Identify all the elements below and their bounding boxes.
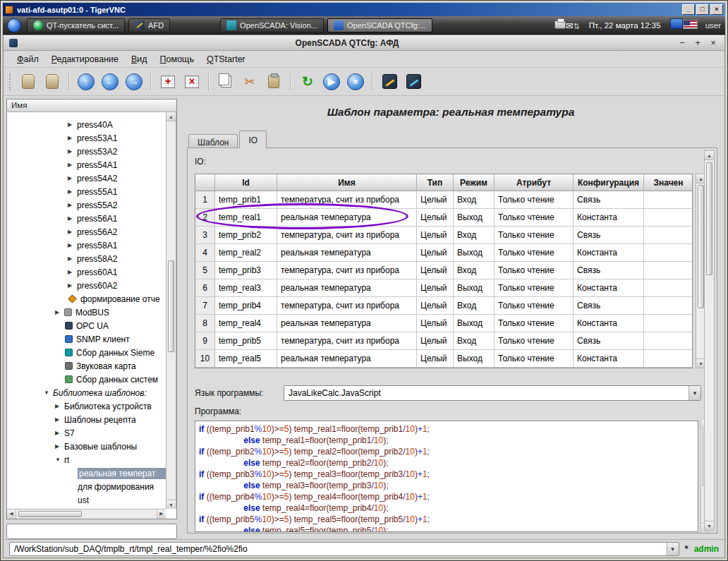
table-cell[interactable]: temp_real5 [215, 350, 277, 368]
table-cell[interactable]: Выход [454, 279, 495, 297]
table-cell[interactable]: Только чтение [495, 332, 574, 350]
table-header-cell[interactable]: Атрибут [495, 174, 574, 191]
taskbar-item[interactable]: QT-пускатель сист... [27, 18, 125, 32]
table-row[interactable]: 2temp_real1реальная температураЦелыйВыхо… [195, 209, 692, 227]
tree-expand-arrow[interactable]: ▶ [68, 229, 77, 235]
table-cell[interactable]: Целый [417, 209, 454, 227]
tree-hscrollbar[interactable]: ◀ ▶ [7, 509, 166, 519]
table-cell[interactable]: Связь [574, 191, 644, 209]
tree-expand-arrow[interactable]: ▶ [68, 215, 77, 222]
tree-expand-arrow[interactable]: ▼ [44, 390, 53, 396]
table-cell[interactable]: Только чтение [495, 191, 574, 209]
table-cell[interactable] [644, 332, 693, 350]
scroll-down-icon[interactable]: ▼ [166, 500, 176, 509]
table-cell[interactable]: temp_real1 [215, 209, 277, 227]
tree-expand-arrow[interactable]: ▶ [68, 121, 77, 128]
table-cell[interactable]: temp_real2 [215, 244, 277, 262]
scroll-left-icon[interactable]: ◀ [7, 509, 16, 519]
table-cell[interactable] [644, 297, 693, 315]
table-cell[interactable]: температура, счит из прибора [277, 262, 417, 279]
tree-vscrollbar[interactable]: ▲ ▼ [166, 112, 176, 509]
table-cell[interactable]: Только чтение [495, 315, 574, 332]
tree-item[interactable]: OPC UA [7, 319, 166, 332]
table-cell[interactable]: Целый [417, 350, 454, 368]
menu-edit[interactable]: Редактирование [45, 52, 125, 66]
printer-icon[interactable] [554, 20, 566, 29]
tree-expand-arrow[interactable]: ▶ [68, 282, 77, 289]
table-header-cell[interactable]: Id [215, 174, 277, 191]
tree-expand-arrow[interactable]: ▶ [55, 309, 64, 315]
tree-expand-arrow[interactable]: ▶ [55, 416, 64, 423]
table-row[interactable]: 3temp_prib2температура, счит из прибораЦ… [195, 227, 692, 244]
taskbar-item[interactable]: OpenSCADA: Vision... [220, 18, 324, 32]
menu-file[interactable]: Файл [11, 52, 45, 66]
tree-item[interactable]: ▶press58A1 [7, 239, 166, 252]
vision-tool-button[interactable] [378, 71, 401, 93]
status-path-combobox[interactable]: /WorkStation/sub_DAQ/tmplb_rt/tmpl_real_… [9, 542, 679, 556]
table-cell[interactable]: Вход [454, 227, 495, 244]
tree-item[interactable]: формирование отче [7, 292, 166, 306]
tree-expand-arrow[interactable]: ▶ [68, 202, 77, 208]
table-cell[interactable]: Константа [574, 350, 644, 368]
table-row[interactable]: 9temp_prib5температура, счит из прибораЦ… [195, 332, 692, 350]
table-cell[interactable]: Только чтение [495, 244, 574, 262]
vnc-maximize-button[interactable]: □ [696, 4, 709, 15]
tree-expand-arrow[interactable]: ▶ [68, 242, 77, 248]
app-titlebar[interactable]: OpenSCADA QTCfg: АФД −+× [4, 35, 724, 51]
table-cell[interactable]: Связь [574, 332, 644, 350]
table-cell[interactable]: Связь [574, 297, 644, 315]
mail-icon[interactable]: ✉ [566, 21, 574, 31]
table-cell[interactable]: температура, счит из прибора [277, 227, 417, 244]
tree-item[interactable]: ▶press60A2 [7, 279, 166, 292]
tree-item[interactable]: ▶S7 [7, 426, 166, 440]
table-cell[interactable]: temp_prib2 [215, 227, 277, 244]
us-flag-icon[interactable] [683, 20, 698, 29]
save-to-db-button[interactable] [41, 71, 63, 93]
language-combobox[interactable]: JavaLikeCalc.JavaScript ▾ [284, 385, 701, 401]
table-header-cell[interactable]: Значен [644, 174, 693, 191]
toolbar-handle[interactable] [9, 73, 12, 90]
taskbar-item[interactable]: OpenSCADA QTCfg:... [327, 18, 432, 32]
app-maximize-button[interactable]: + [692, 37, 703, 49]
table-cell[interactable]: Выход [454, 350, 495, 368]
tree-item[interactable]: ▶press55A2 [7, 198, 166, 212]
menu-qtstarter[interactable]: QTStarter [200, 52, 252, 66]
table-cell[interactable] [644, 279, 693, 297]
tree-item[interactable]: ▶press58A2 [7, 252, 166, 265]
keyboard-layout-icon[interactable] [670, 18, 683, 29]
tree-item[interactable]: ▶press54A1 [7, 158, 166, 171]
table-cell[interactable]: температура, счит из прибора [277, 297, 417, 315]
table-cell[interactable]: temp_real4 [215, 315, 277, 332]
tree-expand-arrow[interactable]: ▶ [55, 403, 64, 409]
table-cell[interactable]: Целый [417, 297, 454, 315]
tree-item[interactable]: SNMP клиент [7, 332, 166, 346]
table-header-cell[interactable]: Конфигурация [574, 174, 644, 191]
taskbar-clock[interactable]: Пт., 22 марта 12:35 [589, 21, 661, 30]
table-header-cell[interactable]: Режим [454, 174, 495, 191]
tree-expand-arrow[interactable]: ▶ [68, 148, 77, 155]
table-cell[interactable]: Вход [454, 332, 495, 350]
copy-button[interactable] [214, 71, 237, 93]
tree-item[interactable]: Звуковая карта [7, 359, 166, 373]
tree-expand-arrow[interactable]: ▶ [68, 188, 77, 195]
table-cell[interactable] [644, 315, 693, 332]
tree-item[interactable]: ▼Библиотека шаблонов: [7, 386, 166, 399]
tree-expand-arrow[interactable]: ▼ [55, 457, 64, 463]
tree-item[interactable]: ▶press56A1 [7, 212, 166, 225]
table-cell[interactable] [644, 191, 693, 209]
table-cell[interactable]: temp_prib3 [215, 262, 277, 279]
table-cell[interactable]: реальная температура [277, 244, 417, 262]
table-cell[interactable]: Целый [417, 262, 454, 279]
table-header-cell[interactable]: Имя [277, 174, 417, 191]
tree-expand-arrow[interactable]: ▶ [68, 269, 77, 275]
cut-button[interactable]: ✂ [238, 71, 261, 93]
table-cell[interactable]: temp_prib5 [215, 332, 277, 350]
table-cell[interactable]: реальная температура [277, 315, 417, 332]
tree-item[interactable]: ▼rt [7, 453, 166, 466]
tree-item[interactable]: ▶Шаблоны рецепта [7, 413, 166, 426]
table-cell[interactable]: Константа [574, 279, 644, 297]
table-row[interactable]: 5temp_prib3температура, счит из прибораЦ… [195, 262, 692, 279]
delete-item-button[interactable]: × [181, 71, 203, 93]
tree-item[interactable]: ▶press60A1 [7, 265, 166, 279]
scroll-up-icon[interactable]: ▲ [166, 112, 176, 121]
